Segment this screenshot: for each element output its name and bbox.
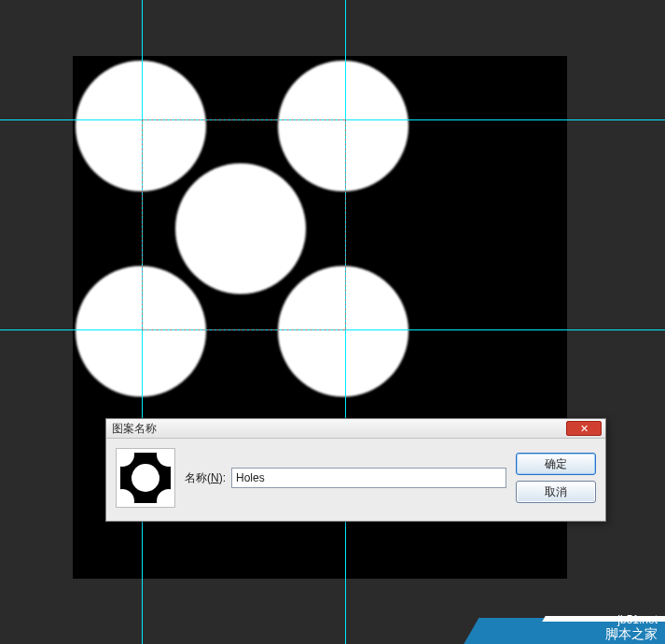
- ok-button[interactable]: 确定: [516, 453, 596, 475]
- pattern-name-input[interactable]: [231, 468, 506, 488]
- shape-circle: [278, 266, 409, 397]
- svg-point-1: [132, 464, 159, 492]
- selection-edge-right: [345, 119, 346, 329]
- shape-circle: [175, 163, 306, 294]
- shape-circle: [278, 61, 409, 191]
- selection-edge-top: [142, 119, 345, 120]
- pattern-name-dialog: 图案名称 ✕ 名称(N): 确定 取消: [105, 418, 606, 522]
- cancel-button[interactable]: 取消: [516, 481, 596, 503]
- selection-edge-bottom: [142, 329, 345, 330]
- ok-button-label: 确定: [545, 456, 567, 472]
- close-icon: ✕: [580, 424, 589, 434]
- dialog-close-button[interactable]: ✕: [566, 421, 602, 436]
- dialog-title-text: 图案名称: [112, 421, 157, 437]
- name-field-label: 名称(N):: [185, 470, 226, 486]
- pattern-preview-swatch: [116, 448, 175, 508]
- dialog-titlebar[interactable]: 图案名称 ✕: [106, 419, 605, 439]
- watermark: jb51.net 脚本之家: [497, 597, 665, 644]
- watermark-site: 脚本之家: [605, 626, 658, 641]
- cancel-button-label: 取消: [545, 484, 567, 500]
- shape-circle: [76, 266, 206, 397]
- watermark-url: jb51.net: [605, 613, 658, 626]
- shape-circle: [76, 61, 206, 191]
- selection-edge-left: [142, 119, 143, 329]
- pattern-preview-icon: [120, 453, 171, 503]
